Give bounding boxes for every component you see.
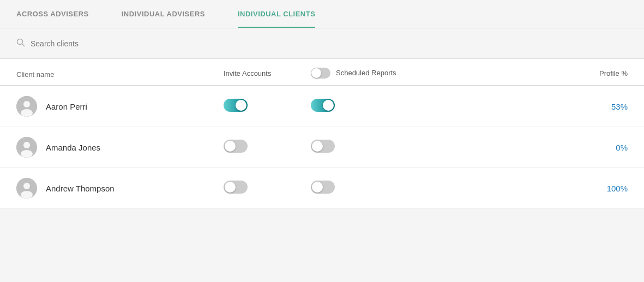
search-icon <box>16 38 25 49</box>
scheduled-toggle-aaron[interactable] <box>311 99 420 114</box>
profile-pct-andrew: 100% <box>420 184 628 193</box>
client-cell: Andrew Thompson <box>16 178 224 199</box>
scheduled-reports-header-toggle[interactable] <box>311 68 330 79</box>
svg-line-1 <box>22 44 25 46</box>
scheduled-toggle[interactable] <box>311 181 335 194</box>
invite-toggle[interactable] <box>224 181 248 194</box>
tab-across-advisers[interactable]: ACROSS ADVISERS <box>16 10 89 28</box>
client-cell: Aaron Perri <box>16 96 224 117</box>
col-header-profile-pct: Profile % <box>420 69 628 79</box>
svg-point-7 <box>21 150 33 158</box>
table-row: Andrew Thompson 100% <box>0 168 644 209</box>
svg-point-3 <box>23 101 30 107</box>
table-header: Client name Invite Accounts Scheduled Re… <box>0 59 644 86</box>
scheduled-toggle-andrew[interactable] <box>311 181 420 196</box>
invite-toggle-aaron[interactable] <box>224 99 311 114</box>
search-area <box>0 28 644 59</box>
invite-toggle[interactable] <box>224 99 248 112</box>
col-header-invite-accounts: Invite Accounts <box>224 69 311 79</box>
search-input[interactable] <box>31 39 194 48</box>
clients-table: Client name Invite Accounts Scheduled Re… <box>0 59 644 209</box>
svg-point-10 <box>21 191 33 199</box>
invite-toggle-amanda[interactable] <box>224 140 311 155</box>
svg-point-4 <box>21 109 33 117</box>
scheduled-toggle-amanda[interactable] <box>311 140 420 155</box>
scheduled-toggle[interactable] <box>311 140 335 153</box>
svg-point-6 <box>23 142 30 148</box>
invite-toggle-andrew[interactable] <box>224 181 311 196</box>
profile-pct-aaron: 53% <box>420 102 628 111</box>
table-row: Amanda Jones 0% <box>0 127 644 168</box>
svg-point-9 <box>23 183 30 189</box>
tab-individual-clients[interactable]: INDIVIDUAL CLIENTS <box>238 10 315 28</box>
tab-individual-advisers[interactable]: INDIVIDUAL ADVISERS <box>122 10 205 28</box>
client-cell: Amanda Jones <box>16 137 224 158</box>
col-header-client-name: Client name <box>16 70 224 79</box>
nav-tabs: ACROSS ADVISERS INDIVIDUAL ADVISERS INDI… <box>0 0 644 28</box>
invite-toggle[interactable] <box>224 140 248 153</box>
table-row: Aaron Perri 53% <box>0 86 644 127</box>
scheduled-toggle[interactable] <box>311 99 335 112</box>
col-header-scheduled-reports: Scheduled Reports <box>311 68 420 79</box>
profile-pct-amanda: 0% <box>420 143 628 152</box>
